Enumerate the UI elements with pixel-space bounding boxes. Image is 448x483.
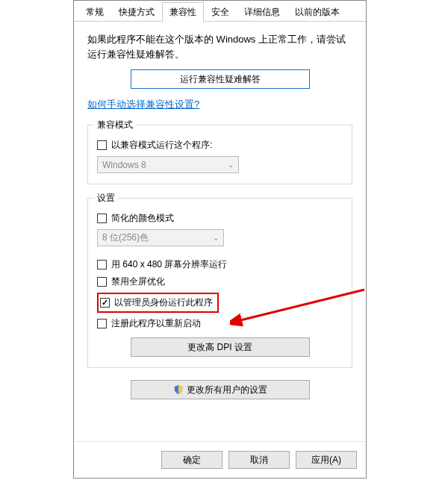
checkbox-disable-fullscreen-opt[interactable]	[97, 277, 107, 287]
tab-compatibility[interactable]: 兼容性	[162, 2, 204, 22]
checkbox-compat-mode[interactable]	[97, 140, 107, 150]
change-dpi-settings-button[interactable]: 更改高 DPI 设置	[131, 337, 310, 357]
cancel-button[interactable]: 取消	[228, 451, 290, 469]
tab-bar: 常规 快捷方式 兼容性 安全 详细信息 以前的版本	[74, 1, 366, 22]
group-settings: 设置 简化的颜色模式 8 位(256)色 ⌄ 用 640 x 480 屏幕分辨率…	[87, 198, 352, 368]
select-color-mode-value: 8 位(256)色	[102, 231, 149, 244]
chevron-down-icon: ⌄	[213, 234, 219, 242]
tab-previous-versions[interactable]: 以前的版本	[287, 2, 347, 22]
checkbox-register-restart[interactable]	[97, 319, 107, 328]
group-compat-mode: 兼容模式 以兼容模式运行这个程序: Windows 8 ⌄	[87, 125, 352, 184]
checkbox-compat-mode-label: 以兼容模式运行这个程序:	[111, 139, 212, 152]
checkbox-register-restart-label: 注册此程序以重新启动	[111, 317, 201, 330]
select-compat-os[interactable]: Windows 8 ⌄	[97, 156, 239, 173]
intro-text: 如果此程序不能在这个版本的 Windows 上正常工作，请尝试运行兼容性疑难解答…	[87, 32, 352, 62]
highlight-run-as-admin: 以管理员身份运行此程序	[97, 293, 219, 313]
apply-button[interactable]: 应用(A)	[296, 451, 357, 469]
checkbox-run-as-admin-label: 以管理员身份运行此程序	[114, 296, 213, 309]
checkbox-640x480[interactable]	[97, 260, 107, 269]
tab-shortcut[interactable]: 快捷方式	[111, 2, 162, 22]
group-compat-mode-title: 兼容模式	[94, 119, 136, 131]
change-all-users-label: 更改所有用户的设置	[187, 381, 267, 399]
tab-details[interactable]: 详细信息	[237, 2, 287, 22]
properties-dialog: 常规 快捷方式 兼容性 安全 详细信息 以前的版本 如果此程序不能在这个版本的 …	[73, 0, 367, 479]
compatibility-pane: 如果此程序不能在这个版本的 Windows 上正常工作，请尝试运行兼容性疑难解答…	[74, 22, 366, 405]
manual-settings-link[interactable]: 如何手动选择兼容性设置?	[87, 99, 199, 110]
chevron-down-icon: ⌄	[228, 161, 234, 169]
run-troubleshooter-button[interactable]: 运行兼容性疑难解答	[131, 69, 310, 89]
select-color-mode[interactable]: 8 位(256)色 ⌄	[97, 229, 224, 246]
checkbox-640x480-label: 用 640 x 480 屏幕分辨率运行	[111, 258, 227, 271]
tab-general[interactable]: 常规	[78, 2, 111, 22]
group-settings-title: 设置	[94, 192, 118, 205]
select-compat-os-value: Windows 8	[102, 160, 146, 170]
ok-button[interactable]: 确定	[161, 451, 223, 469]
shield-icon	[173, 384, 184, 395]
dialog-footer: 确定 取消 应用(A)	[74, 441, 366, 478]
tab-security[interactable]: 安全	[204, 2, 237, 22]
checkbox-disable-fullscreen-opt-label: 禁用全屏优化	[111, 275, 165, 288]
checkbox-reduced-color[interactable]	[97, 214, 107, 223]
checkbox-run-as-admin[interactable]	[100, 298, 110, 308]
checkbox-reduced-color-label: 简化的颜色模式	[111, 212, 174, 225]
change-all-users-button[interactable]: 更改所有用户的设置	[131, 380, 310, 399]
